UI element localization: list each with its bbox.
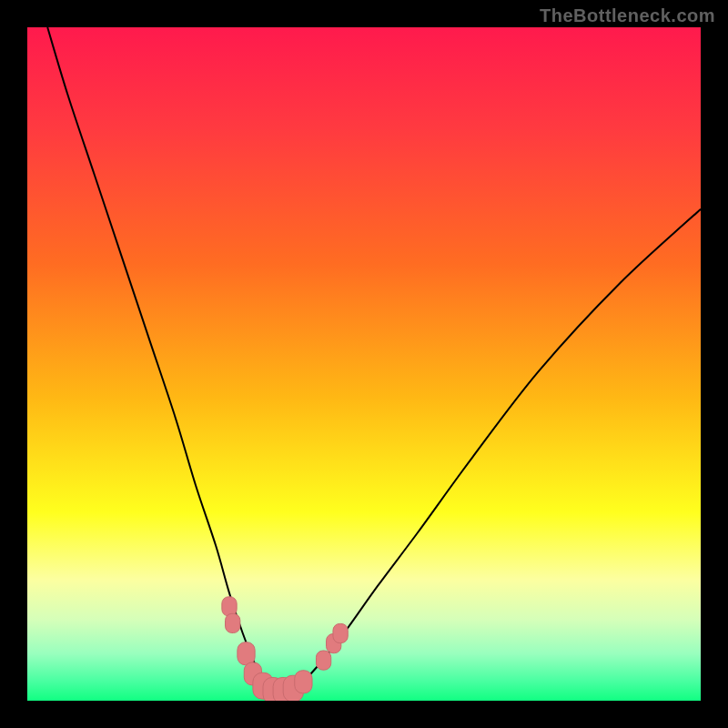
bottleneck-chart — [27, 27, 701, 701]
watermark-text: TheBottleneck.com — [540, 5, 715, 26]
curve-marker — [222, 597, 237, 616]
curve-marker — [238, 642, 255, 665]
plot-area — [27, 27, 701, 701]
curve-marker — [316, 651, 330, 670]
curve-marker — [226, 613, 240, 632]
curve-marker — [295, 671, 312, 693]
chart-frame: TheBottleneck.com — [0, 0, 728, 728]
curve-marker — [333, 623, 348, 642]
gradient-background — [27, 27, 701, 701]
